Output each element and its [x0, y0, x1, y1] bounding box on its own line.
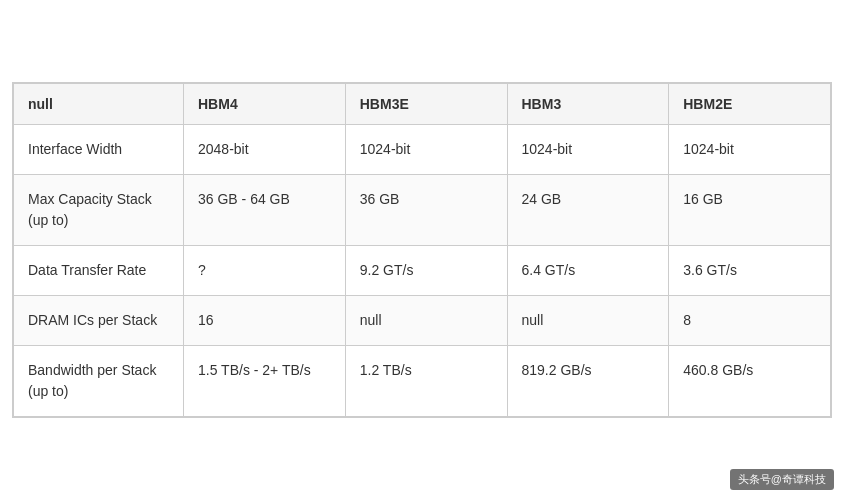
header-hbm3e: HBM3E [345, 84, 507, 125]
row-hbm3-interface-width: 1024-bit [507, 125, 669, 175]
header-hbm3: HBM3 [507, 84, 669, 125]
comparison-table: null HBM4 HBM3E HBM3 HBM2E Interface Wid… [13, 83, 831, 417]
row-hbm4-interface-width: 2048-bit [184, 125, 346, 175]
row-hbm3-bandwidth: 819.2 GB/s [507, 346, 669, 417]
row-hbm3-data-transfer: 6.4 GT/s [507, 246, 669, 296]
row-hbm3-max-capacity: 24 GB [507, 175, 669, 246]
row-hbm3e-dram-ics: null [345, 296, 507, 346]
row-hbm4-data-transfer: ? [184, 246, 346, 296]
table-row: Max Capacity Stack (up to) 36 GB - 64 GB… [14, 175, 831, 246]
header-hbm2e: HBM2E [669, 84, 831, 125]
row-label-data-transfer: Data Transfer Rate [14, 246, 184, 296]
table-row: Bandwidth per Stack (up to) 1.5 TB/s - 2… [14, 346, 831, 417]
row-label-max-capacity: Max Capacity Stack (up to) [14, 175, 184, 246]
row-hbm4-dram-ics: 16 [184, 296, 346, 346]
row-hbm2e-data-transfer: 3.6 GT/s [669, 246, 831, 296]
row-hbm2e-dram-ics: 8 [669, 296, 831, 346]
table-row: Interface Width 2048-bit 1024-bit 1024-b… [14, 125, 831, 175]
row-hbm3e-bandwidth: 1.2 TB/s [345, 346, 507, 417]
row-hbm3e-data-transfer: 9.2 GT/s [345, 246, 507, 296]
row-hbm2e-max-capacity: 16 GB [669, 175, 831, 246]
table-header-row: null HBM4 HBM3E HBM3 HBM2E [14, 84, 831, 125]
header-hbm4: HBM4 [184, 84, 346, 125]
row-label-bandwidth: Bandwidth per Stack (up to) [14, 346, 184, 417]
row-hbm3-dram-ics: null [507, 296, 669, 346]
watermark: 头条号@奇谭科技 [730, 469, 834, 490]
row-hbm2e-bandwidth: 460.8 GB/s [669, 346, 831, 417]
row-label-interface-width: Interface Width [14, 125, 184, 175]
comparison-table-wrapper: null HBM4 HBM3E HBM3 HBM2E Interface Wid… [12, 82, 832, 418]
row-hbm3e-interface-width: 1024-bit [345, 125, 507, 175]
table-row: Data Transfer Rate ? 9.2 GT/s 6.4 GT/s 3… [14, 246, 831, 296]
row-hbm4-bandwidth: 1.5 TB/s - 2+ TB/s [184, 346, 346, 417]
header-null: null [14, 84, 184, 125]
row-hbm2e-interface-width: 1024-bit [669, 125, 831, 175]
table-row: DRAM ICs per Stack 16 null null 8 [14, 296, 831, 346]
row-label-dram-ics: DRAM ICs per Stack [14, 296, 184, 346]
row-hbm4-max-capacity: 36 GB - 64 GB [184, 175, 346, 246]
row-hbm3e-max-capacity: 36 GB [345, 175, 507, 246]
